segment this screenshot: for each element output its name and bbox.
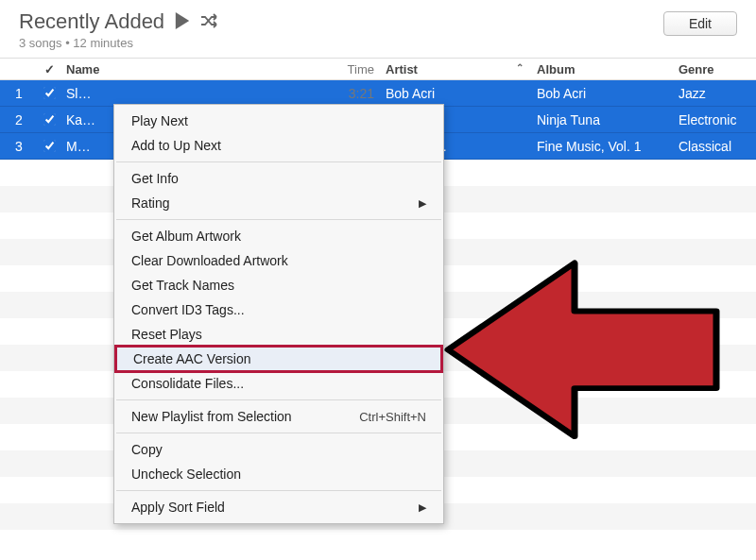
shortcut-label: Ctrl+Shift+N xyxy=(359,410,426,424)
menu-rating[interactable]: Rating ▶ xyxy=(114,191,443,215)
menu-separator xyxy=(116,399,441,400)
menu-get-artwork[interactable]: Get Album Artwork xyxy=(114,224,443,248)
track-genre: Classical xyxy=(675,139,756,154)
row-checkbox[interactable] xyxy=(43,140,56,152)
shuffle-icon[interactable] xyxy=(200,13,221,31)
row-number: 1 xyxy=(0,86,38,101)
row-number: 2 xyxy=(0,112,38,127)
track-genre: Electronic xyxy=(675,112,756,127)
menu-reset-plays[interactable]: Reset Plays xyxy=(114,322,443,347)
svg-marker-0 xyxy=(176,12,189,29)
row-checkbox[interactable] xyxy=(43,87,56,99)
play-icon[interactable] xyxy=(174,12,191,32)
menu-convert-id3[interactable]: Convert ID3 Tags... xyxy=(114,297,443,322)
menu-separator xyxy=(116,161,441,162)
column-genre[interactable]: Genre xyxy=(675,62,756,76)
column-name[interactable]: Name xyxy=(60,62,325,76)
sort-caret-icon: ⌃ xyxy=(516,62,524,73)
page-title: Recently Added xyxy=(19,9,164,34)
column-album[interactable]: Album xyxy=(533,62,675,76)
column-time[interactable]: Time xyxy=(325,62,382,76)
track-name: Sl… xyxy=(60,86,325,101)
column-headers: ✓ Name Time Artist ⌃ Album Genre xyxy=(0,58,756,80)
menu-apply-sort[interactable]: Apply Sort Field ▶ xyxy=(114,495,443,519)
track-artist: Bob Acri xyxy=(382,86,533,101)
context-menu: Play Next Add to Up Next Get Info Rating… xyxy=(113,104,444,524)
subtitle: 3 songs • 12 minutes xyxy=(19,36,221,50)
menu-play-next[interactable]: Play Next xyxy=(114,109,443,133)
check-column-header[interactable]: ✓ xyxy=(38,62,60,76)
menu-copy[interactable]: Copy xyxy=(114,437,443,462)
menu-consolidate[interactable]: Consolidate Files... xyxy=(114,371,443,396)
menu-separator xyxy=(116,490,441,491)
menu-separator xyxy=(116,433,441,433)
track-time: 3:21 xyxy=(325,86,382,101)
track-album: Bob Acri xyxy=(533,86,675,101)
table-row[interactable]: 1 Sl… 3:21 Bob Acri Bob Acri Jazz xyxy=(0,80,756,107)
edit-button[interactable]: Edit xyxy=(663,11,737,36)
menu-add-up-next[interactable]: Add to Up Next xyxy=(114,133,443,158)
row-checkbox[interactable] xyxy=(43,113,56,126)
menu-create-aac[interactable]: Create AAC Version xyxy=(116,347,441,371)
track-album: Ninja Tuna xyxy=(533,112,675,127)
menu-new-playlist[interactable]: New Playlist from Selection Ctrl+Shift+N xyxy=(114,404,443,429)
track-album: Fine Music, Vol. 1 xyxy=(533,139,675,154)
menu-clear-artwork[interactable]: Clear Downloaded Artwork xyxy=(114,248,443,273)
chevron-right-icon: ▶ xyxy=(419,197,426,210)
column-artist[interactable]: Artist ⌃ xyxy=(382,62,533,76)
menu-get-track-names[interactable]: Get Track Names xyxy=(114,273,443,297)
menu-get-info[interactable]: Get Info xyxy=(114,166,443,191)
track-genre: Jazz xyxy=(675,86,756,101)
row-number: 3 xyxy=(0,139,38,154)
menu-uncheck[interactable]: Uncheck Selection xyxy=(114,462,443,486)
menu-separator xyxy=(116,219,441,220)
chevron-right-icon: ▶ xyxy=(419,501,426,514)
header: Recently Added 3 songs • 12 minutes Edit xyxy=(0,0,756,58)
